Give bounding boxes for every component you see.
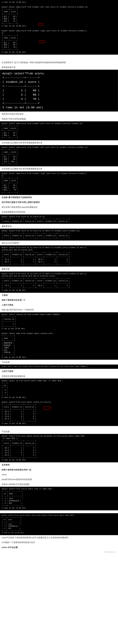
text-alias-note: 自连接需要指定列表的别名 <box>0 210 118 214</box>
text-self-join-desc: 自己和自己做笛卡尔积,本质上是将行换成列 <box>0 200 118 204</box>
text-self-join-example: 显示所有计算机原理比Java高的成绩信息 <box>0 205 118 210</box>
text-union-desc: 把两个查询语句的结果合并到一起 <box>0 467 118 472</box>
footer-credit: CSDN @Pinoki_ <box>0 550 118 554</box>
terminal-union-1: mysql> select*from course where id<3 or … <box>0 487 118 510</box>
text-dedup: 删除重复项 <box>0 224 118 229</box>
text-union-note-1: union可以把多个表的查询结果进行合并,但是要求这几个合并的表的列数相同 <box>0 535 118 540</box>
text-modify-table: 将表修改成下表 <box>0 65 118 70</box>
text-union-heading: 合并查询 <box>0 462 118 467</box>
terminal-self-join-3: mysql> select*from score as s1,score as … <box>0 245 118 266</box>
text-can-change-2: 可以改成 <box>0 429 118 434</box>
text-multi-row-desc: 查询语文或英语的成绩信息 <box>0 374 118 378</box>
terminal-multirow-2: mysql> select*from score where course_id… <box>0 434 118 462</box>
terminal-right-join: mysql> select name,score from student ri… <box>0 171 118 195</box>
text-union-all: union all不会去重 <box>0 545 118 550</box>
text-union-note-2: or只能把一个表里的查询结果进行合并 <box>0 540 118 545</box>
text-requery: 此时再分别进行内外查询 <box>0 112 118 116</box>
terminal-self-join-2: mysql> select*from score as s1,score as … <box>0 229 118 240</box>
terminal-union-2: mysql> select*from course where id<3 uni… <box>0 513 118 535</box>
terminal-score-table: mysql> select*from score; +------------+… <box>0 70 118 112</box>
terminal-self-join-4: mysql> select*from score as s1,score as … <box>0 272 118 293</box>
text-same-result: 在当前情况下,这几个表的值是一样的,内连接和外连接的查询结果是相同的 <box>0 60 118 65</box>
text-subquery-desc: 把多个查询语句合并成一个 <box>0 298 118 302</box>
terminal-subquery-1: mysql> select classes_id from student wh… <box>0 312 118 360</box>
terminal-inner-join: mysql> select name,score from student jo… <box>0 121 118 140</box>
text-union-example: 查询ID<3或者名字为英文的课程 <box>0 482 118 487</box>
terminal-subquery-2: mysql> select name from student where cl… <box>0 364 118 369</box>
text-right-join: 右外连接:以左侧表为准,将所有数据都体现出来 <box>0 166 118 171</box>
terminal-join-demo: 3 rows in set (0.00 sec) mysql> select n… <box>0 0 118 55</box>
text-inner-join: 内查询:不显示有争议的数据 <box>0 116 118 121</box>
text-can-change-1: 可以改成 <box>0 360 118 364</box>
text-self-join-heading: 自连接:属于特殊情况下的特殊用法 <box>0 195 118 200</box>
text-filter-cols: 选出左1右3为id的列 <box>0 240 118 245</box>
terminal-multirow-1: mysql> select id from course where name=… <box>0 378 118 426</box>
terminal-self-join-1: mysql> select*from score as s1,score as … <box>0 214 118 224</box>
text-single-row: 1.单行子查询 <box>0 302 118 307</box>
text-subquery-heading: 子查询 <box>0 293 118 298</box>
text-union: union <box>0 472 118 477</box>
text-java-union: java里没有union是因为内存的发展 <box>0 477 118 482</box>
text-multi-row: 2.多行子查询 <box>0 369 118 374</box>
text-left-join: 左外连接:以左侧表为准,将所有数据都体现出来 <box>0 140 118 145</box>
terminal-left-join: mysql> select name,score from student le… <box>0 145 118 166</box>
text-final-result: 最终结果 <box>0 266 118 272</box>
text-single-row-example: 例如:查出和不想毕业在一个班的同学 <box>0 307 118 312</box>
